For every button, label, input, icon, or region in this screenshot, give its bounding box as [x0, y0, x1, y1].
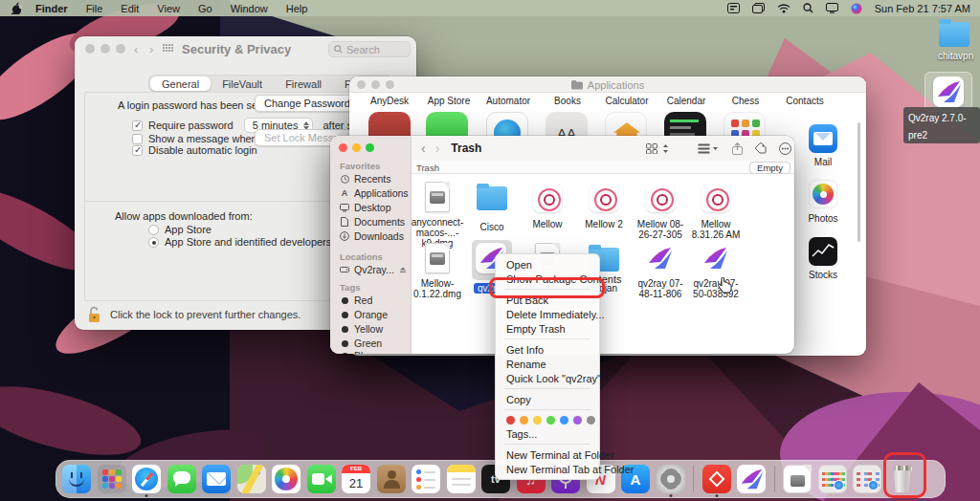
tab-firewall[interactable]: Firewall [274, 76, 333, 91]
tag-blue[interactable] [560, 416, 568, 425]
tag-green[interactable] [546, 416, 555, 425]
app-label[interactable]: Chess [716, 96, 775, 106]
dock-contacts-icon[interactable] [377, 465, 406, 493]
show-message-checkbox[interactable] [132, 134, 143, 144]
dock-calendar-icon[interactable]: FEB21 [342, 465, 370, 493]
menu-item-rename[interactable]: Rename [496, 357, 599, 371]
back-button[interactable]: ‹ [421, 141, 426, 156]
menu-help[interactable]: Help [286, 3, 308, 14]
require-password-checkbox[interactable] [132, 120, 143, 131]
tag-red[interactable] [506, 416, 515, 425]
sidebar-tag-yellow[interactable]: Yellow [340, 323, 383, 335]
menu-item-open[interactable]: Open [496, 257, 599, 272]
sidebar-tag-blue[interactable]: Blue [340, 350, 374, 354]
app-label-mail[interactable]: Mail [790, 157, 857, 167]
app-mellow[interactable]: Mellow [520, 182, 575, 229]
sidebar-item-downloads[interactable]: Downloads [340, 230, 404, 242]
menu-item-get-info[interactable]: Get Info [496, 342, 599, 357]
spotlight-icon[interactable] [803, 3, 813, 13]
menu-go[interactable]: Go [198, 3, 212, 14]
app-mellow-2[interactable]: Mellow 2 [576, 182, 632, 229]
minimize-button[interactable] [100, 44, 110, 54]
mail-app-icon[interactable] [809, 124, 837, 153]
app-mellow-08[interactable]: Mellow 08-26-27-305 [633, 182, 688, 240]
tag-purple[interactable] [573, 416, 582, 425]
dock-qv2ray-icon[interactable] [737, 465, 766, 493]
menu-finder[interactable]: Finder [35, 3, 68, 14]
sidebar-item-desktop[interactable]: Desktop [340, 202, 391, 213]
sidebar-tag-green[interactable]: Green [340, 338, 382, 349]
folder-cisco[interactable]: Cisco [464, 182, 520, 232]
app-label[interactable]: AnyDesk [360, 96, 419, 106]
dock-photos-icon[interactable] [272, 465, 301, 493]
dock-system-preferences-icon[interactable] [657, 465, 685, 493]
app-qv2ray-0748[interactable]: qv2ray 07-48-11-806 [633, 243, 688, 299]
app-mellow-831[interactable]: Mellow 8.31.26 AM [688, 182, 744, 240]
tag-orange[interactable] [520, 416, 528, 425]
app-label-photos[interactable]: Photos [790, 213, 857, 224]
dock-notes-icon[interactable] [447, 465, 476, 493]
display-icon[interactable] [826, 3, 838, 13]
tag-button[interactable] [755, 142, 767, 154]
menu-file[interactable]: File [86, 3, 103, 14]
empty-trash-button[interactable]: Empty [749, 162, 791, 174]
input-source-icon[interactable] [727, 3, 740, 13]
back-button[interactable]: ‹ [134, 42, 138, 56]
eject-icon[interactable] [399, 266, 407, 273]
show-all-icon[interactable] [163, 44, 174, 54]
photos-app-icon[interactable] [809, 180, 837, 208]
desktop-folder-chitavpn[interactable]: chitavpn [938, 17, 970, 61]
dock-messages-icon[interactable] [167, 465, 196, 493]
menu-window[interactable]: Window [231, 3, 268, 14]
app-label[interactable]: Books [538, 96, 597, 106]
unlocked-lock-icon[interactable] [87, 306, 101, 323]
search-field[interactable]: Search [328, 41, 411, 57]
dock-anydesk-icon[interactable] [702, 465, 731, 493]
app-label[interactable]: Calculator [597, 96, 657, 106]
sidebar-item-applications[interactable]: AApplications [340, 187, 409, 199]
desktop-app-qv2ray[interactable] [924, 72, 972, 112]
icon-view-button[interactable] [646, 143, 658, 154]
stocks-app-icon[interactable] [809, 237, 837, 266]
menu-item-delete-immediately[interactable]: Delete Immediately... [496, 307, 599, 321]
menu-item-empty-trash[interactable]: Empty Trash [496, 321, 599, 336]
dock-reminders-icon[interactable] [412, 465, 440, 493]
menu-item-copy[interactable]: Copy [496, 392, 599, 406]
dock-safari-icon[interactable] [132, 465, 161, 493]
menu-edit[interactable]: Edit [121, 3, 139, 14]
zoom-button[interactable] [116, 44, 125, 54]
tag-yellow[interactable] [533, 416, 542, 425]
menu-view[interactable]: View [157, 3, 180, 14]
minimize-button[interactable] [352, 143, 361, 152]
file-anyconnect-dmg[interactable]: anyconnect-macos-...-k9.dmg [410, 182, 465, 249]
sidebar-tag-orange[interactable]: Orange [340, 309, 388, 320]
disable-auto-login-checkbox[interactable] [132, 145, 143, 156]
sidebar-tag-red[interactable]: Red [340, 294, 372, 306]
tab-filevault[interactable]: FileVault [211, 76, 274, 91]
menu-bar-clock[interactable]: Sun Feb 21 7:57 AM [875, 3, 970, 14]
app-label[interactable]: App Store [419, 96, 479, 106]
sidebar-item-recents[interactable]: Recents [340, 173, 391, 185]
group-by-button[interactable] [698, 143, 719, 154]
wifi-icon[interactable] [777, 4, 791, 13]
forward-button[interactable]: › [149, 42, 153, 56]
app-qv2ray-0750[interactable]: qv2ray 07-50-038592 [688, 243, 744, 299]
identified-developers-radio[interactable] [148, 237, 159, 248]
dock-minimized-window-icon[interactable] [853, 465, 881, 493]
mission-control-icon[interactable] [752, 3, 765, 13]
close-button[interactable] [339, 143, 347, 152]
share-button[interactable] [732, 142, 743, 155]
menu-item-new-terminal-tab[interactable]: New Terminal Tab at Folder [496, 462, 599, 476]
forward-button[interactable]: › [435, 141, 440, 156]
dock-finder-icon[interactable] [62, 465, 91, 493]
app-label[interactable]: Calendar [657, 96, 716, 106]
app-label[interactable]: Contacts [775, 96, 835, 106]
applications-title-bar[interactable]: Applications [349, 76, 866, 93]
app-store-radio[interactable] [148, 225, 159, 235]
file-mellow-dmg[interactable]: Mellow-0.1.22.dmg [410, 243, 465, 299]
more-actions-button[interactable] [779, 142, 794, 155]
zoom-button[interactable] [366, 143, 374, 152]
tag-gray[interactable] [587, 416, 595, 425]
close-button[interactable] [85, 44, 95, 54]
app-label[interactable]: Automator [479, 96, 538, 106]
